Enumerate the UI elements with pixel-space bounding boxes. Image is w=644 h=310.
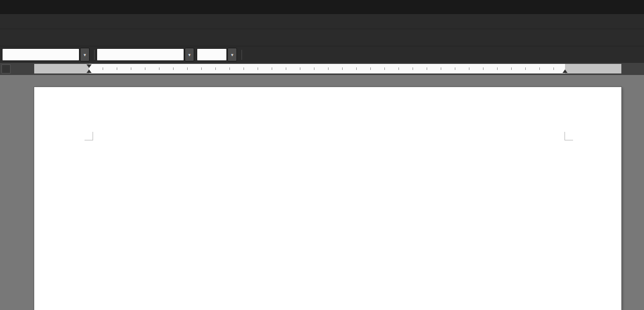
- font-size-dropdown[interactable]: ▾: [227, 48, 237, 61]
- first-line-indent-marker[interactable]: [87, 64, 92, 68]
- chevron-down-icon: ▾: [231, 52, 233, 57]
- text-boundary-mark-right: [565, 132, 573, 140]
- document-area[interactable]: [0, 75, 644, 310]
- horizontal-ruler[interactable]: [0, 63, 644, 75]
- font-name-dropdown[interactable]: ▾: [185, 48, 194, 61]
- libreoffice-writer-window: ▾ ▾ ▾: [0, 0, 644, 310]
- font-size-input[interactable]: [197, 48, 227, 61]
- toolbar-separator: [94, 50, 95, 60]
- text-boundary-mark-left: [85, 132, 93, 140]
- paragraph-style-combo: ▾: [2, 48, 90, 61]
- font-name-input[interactable]: [97, 48, 184, 61]
- font-size-combo: ▾: [197, 48, 237, 61]
- paragraph-style-dropdown[interactable]: ▾: [80, 48, 90, 61]
- left-indent-marker[interactable]: [87, 69, 92, 73]
- right-indent-marker[interactable]: [562, 69, 568, 73]
- toolbar-separator: [242, 50, 242, 60]
- font-name-combo: ▾: [97, 48, 194, 61]
- formatting-toolbar: ▾ ▾ ▾: [0, 46, 644, 63]
- page[interactable]: [34, 87, 621, 310]
- chevron-down-icon: ▾: [84, 52, 86, 57]
- chevron-down-icon: ▾: [188, 52, 191, 57]
- ruler-ticks: [89, 67, 565, 70]
- ruler-strip: [34, 64, 621, 73]
- paragraph-style-input[interactable]: [2, 48, 79, 61]
- menubar: [0, 14, 644, 29]
- tab-stop-selector[interactable]: [2, 64, 11, 73]
- standard-toolbar: [0, 29, 644, 46]
- titlebar: [0, 0, 644, 14]
